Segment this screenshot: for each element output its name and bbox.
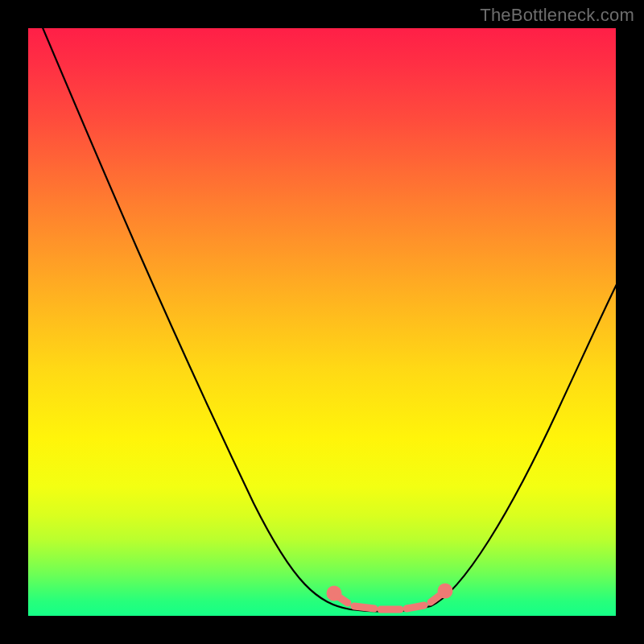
plot-area: [28, 28, 616, 616]
chart-frame: TheBottleneck.com: [0, 0, 644, 644]
svg-line-1: [354, 606, 374, 609]
svg-point-6: [441, 587, 449, 595]
svg-line-3: [407, 605, 424, 609]
bottleneck-curve: [39, 28, 616, 612]
watermark-text: TheBottleneck.com: [480, 5, 634, 26]
curve-layer: [28, 28, 616, 616]
svg-point-5: [330, 589, 338, 597]
